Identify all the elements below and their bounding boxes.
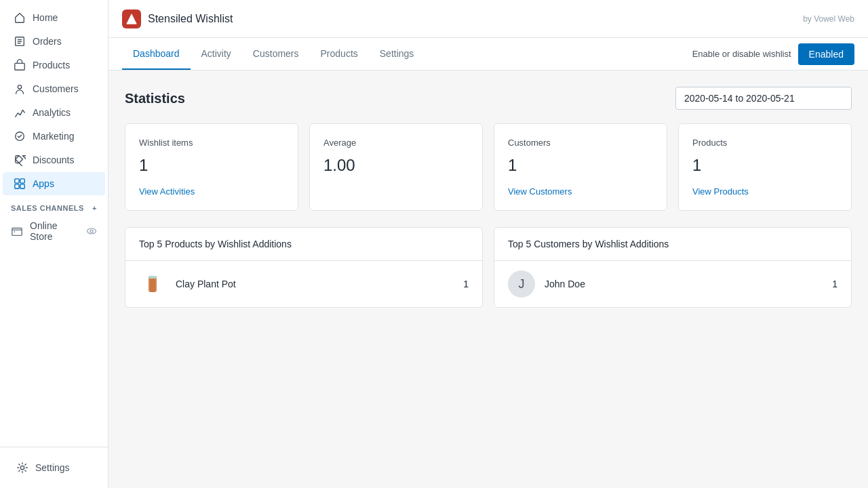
sidebar-item-home[interactable]: Home	[3, 6, 105, 29]
sales-channels-label: SALES CHANNELS	[11, 204, 84, 212]
tabs-bar: DashboardActivityCustomersProductsSettin…	[108, 38, 868, 70]
discounts-icon	[14, 154, 26, 166]
stat-label: Products	[692, 138, 837, 148]
tabs: DashboardActivityCustomersProductsSettin…	[122, 38, 425, 70]
sales-channels-section: SALES CHANNELS +	[0, 196, 108, 215]
tab-settings[interactable]: Settings	[369, 38, 425, 70]
svg-rect-5	[20, 179, 24, 183]
top-customers-card: Top 5 Customers by Wishlist Additions J …	[494, 227, 852, 308]
svg-point-12	[20, 466, 24, 469]
svg-point-11	[90, 230, 93, 232]
top-products-title: Top 5 Products by Wishlist Additions	[125, 228, 482, 261]
sidebar-nav: Home Orders Products Customers Analytics…	[0, 0, 108, 447]
apps-icon	[14, 178, 26, 190]
products-icon	[14, 59, 26, 71]
stat-value: 1	[508, 156, 653, 175]
svg-rect-7	[20, 184, 24, 188]
main-content: Stensiled Wishlist by Vowel Web Dashboar…	[108, 0, 868, 488]
sidebar: Home Orders Products Customers Analytics…	[0, 0, 108, 488]
svg-rect-15	[150, 279, 155, 292]
svg-point-10	[87, 228, 96, 234]
view-customers-link[interactable]: View Customers	[508, 186, 572, 197]
svg-rect-1	[15, 63, 24, 70]
stat-cards: Wishlist items 1 View Activities Average…	[125, 123, 852, 211]
stat-card-0: Wishlist items 1 View Activities	[125, 123, 298, 211]
tab-activity[interactable]: Activity	[191, 38, 242, 70]
topbar-left: Stensiled Wishlist	[122, 9, 233, 28]
sidebar-label: Discounts	[33, 155, 74, 165]
stat-card-2: Customers 1 View Customers	[494, 123, 667, 211]
stat-card-1: Average 1.00	[309, 123, 483, 211]
stats-title: Statistics	[125, 91, 185, 106]
toggle-area: Enable or disable wishlist Enabled	[692, 43, 854, 65]
top-products-card: Top 5 Products by Wishlist Additions Cla…	[125, 227, 483, 308]
stat-value: 1	[139, 156, 284, 175]
customer-count: 1	[832, 279, 837, 289]
product-row: Clay Plant Pot 1	[125, 261, 482, 307]
svg-rect-6	[15, 184, 19, 188]
sidebar-item-apps[interactable]: Apps	[3, 172, 105, 195]
marketing-icon	[14, 130, 26, 142]
stat-card-3: Products 1 View Products	[678, 123, 852, 211]
product-count: 1	[463, 279, 469, 289]
app-logo	[122, 9, 141, 28]
sidebar-item-products[interactable]: Products	[3, 54, 105, 77]
sidebar-label: Customers	[33, 83, 79, 94]
sidebar-label: Analytics	[33, 107, 71, 118]
sidebar-item-analytics[interactable]: Analytics	[3, 101, 105, 124]
sidebar-footer: Settings	[0, 447, 108, 488]
customer-name: John Doe	[545, 279, 832, 289]
online-store-visibility-icon[interactable]	[86, 226, 97, 237]
topbar: Stensiled Wishlist by Vowel Web	[108, 0, 868, 38]
sidebar-item-customers[interactable]: Customers	[3, 77, 105, 100]
enabled-button[interactable]: Enabled	[798, 43, 854, 65]
orders-icon	[14, 35, 26, 47]
view-activities-link[interactable]: View Activities	[139, 186, 195, 197]
tab-dashboard[interactable]: Dashboard	[122, 38, 191, 70]
sidebar-item-discounts[interactable]: Discounts	[3, 148, 105, 171]
sidebar-item-orders[interactable]: Orders	[3, 30, 105, 53]
topbar-by-label: by Vowel Web	[803, 14, 854, 24]
stat-label: Wishlist items	[139, 138, 284, 148]
settings-label: Settings	[35, 462, 70, 473]
svg-rect-8	[12, 228, 22, 236]
sidebar-label: Orders	[33, 36, 62, 47]
add-sales-channel-button[interactable]: +	[92, 204, 97, 212]
product-thumbnail	[139, 270, 166, 298]
stat-label: Average	[323, 138, 469, 148]
customer-avatar: J	[508, 270, 535, 298]
stat-label: Customers	[508, 138, 653, 148]
tab-products[interactable]: Products	[310, 38, 369, 70]
svg-point-2	[18, 85, 21, 89]
stat-value: 1.00	[323, 156, 469, 175]
toggle-label: Enable or disable wishlist	[692, 49, 791, 59]
analytics-icon	[14, 106, 26, 119]
sidebar-item-settings[interactable]: Settings	[5, 456, 102, 479]
date-range-input[interactable]	[675, 87, 852, 110]
customers-icon	[14, 83, 26, 95]
home-icon	[14, 12, 26, 24]
sidebar-item-marketing[interactable]: Marketing	[3, 125, 105, 148]
sidebar-label: Products	[33, 60, 70, 70]
app-title: Stensiled Wishlist	[148, 13, 233, 25]
svg-rect-14	[149, 276, 157, 279]
top-customers-title: Top 5 Customers by Wishlist Additions	[494, 228, 851, 261]
online-store-label: Online Store	[30, 220, 79, 242]
view-products-link[interactable]: View Products	[692, 186, 749, 197]
sidebar-label: Apps	[33, 178, 54, 189]
svg-point-9	[14, 231, 16, 232]
stat-value: 1	[692, 156, 837, 175]
tab-customers[interactable]: Customers	[242, 38, 310, 70]
stats-header: Statistics	[125, 87, 852, 110]
sidebar-label: Marketing	[33, 131, 74, 142]
product-name: Clay Plant Pot	[176, 279, 463, 289]
page-content: Statistics Wishlist items 1 View Activit…	[108, 70, 868, 488]
tables-row: Top 5 Products by Wishlist Additions Cla…	[125, 227, 852, 308]
online-store-icon	[11, 225, 23, 237]
customer-row: J John Doe 1	[494, 261, 851, 307]
settings-icon	[16, 462, 28, 474]
svg-rect-4	[15, 179, 19, 183]
sidebar-label: Home	[33, 12, 58, 23]
sidebar-item-online-store[interactable]: Online Store	[0, 215, 108, 247]
